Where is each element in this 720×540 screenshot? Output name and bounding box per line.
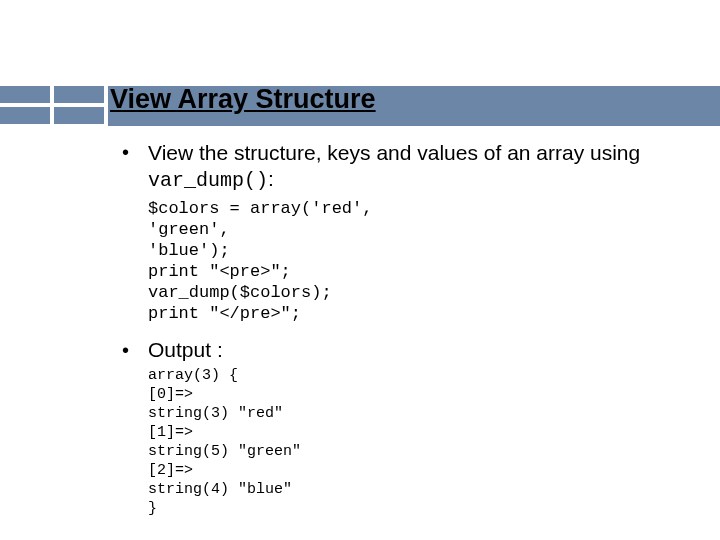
inline-code: var_dump() (148, 169, 268, 192)
output-block: array(3) { [0]=> string(3) "red" [1]=> s… (120, 366, 680, 518)
output-label: Output : (148, 338, 223, 361)
deco-square (54, 107, 104, 124)
slide-content: View the structure, keys and values of a… (120, 140, 680, 518)
slide: View Array Structure View the structure,… (0, 0, 720, 540)
code-block: $colors = array('red', 'green', 'blue');… (120, 198, 680, 324)
decorative-squares (0, 86, 108, 128)
deco-square (0, 86, 50, 103)
bullet-item: Output : (120, 338, 680, 362)
deco-square (54, 86, 104, 103)
bullet-item: View the structure, keys and values of a… (120, 140, 680, 194)
title-wrap: View Array Structure (108, 82, 382, 117)
bullet-text: View the structure, keys and values of a… (148, 141, 640, 190)
bullet-text-post: : (268, 167, 274, 190)
deco-square (0, 107, 50, 124)
bullet-list: View the structure, keys and values of a… (120, 140, 680, 194)
bullet-text-pre: View the structure, keys and values of a… (148, 141, 640, 164)
bullet-list: Output : (120, 338, 680, 362)
slide-title: View Array Structure (108, 82, 382, 117)
